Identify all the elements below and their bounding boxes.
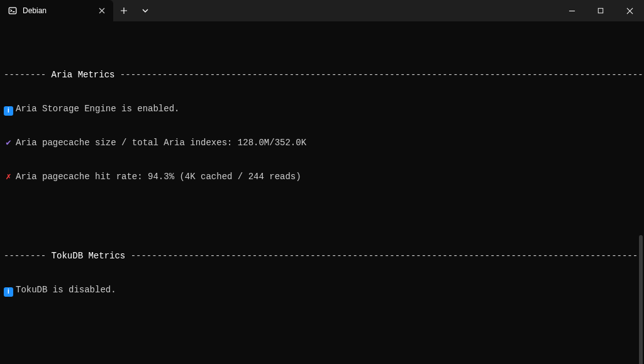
blank-line xyxy=(4,205,640,216)
tab-label: Debian xyxy=(23,6,92,15)
check-icon: ✔ xyxy=(4,137,13,148)
tab-debian[interactable]: Debian xyxy=(0,0,113,21)
minimize-button[interactable] xyxy=(557,0,586,21)
svg-rect-1 xyxy=(598,8,603,13)
blank-line xyxy=(4,318,640,329)
terminal-window: Debian -------- Aria Metrics -------- xyxy=(0,0,644,364)
new-tab-button[interactable] xyxy=(113,0,135,21)
terminal-output[interactable]: -------- Aria Metrics ------------------… xyxy=(0,21,644,364)
info-icon: i xyxy=(4,106,13,116)
section-header-tokudb: -------- TokuDB Metrics ----------------… xyxy=(4,250,640,262)
tab-close-button[interactable] xyxy=(97,6,107,16)
output-line: ✗Aria pagecache hit rate: 94.3% (4K cach… xyxy=(4,171,640,182)
output-line: ✔Aria pagecache size / total Aria indexe… xyxy=(4,137,640,148)
output-line: iAria Storage Engine is enabled. xyxy=(4,103,640,114)
maximize-button[interactable] xyxy=(586,0,615,21)
scrollbar-thumb[interactable] xyxy=(639,235,643,364)
tab-dropdown-button[interactable] xyxy=(135,0,156,21)
info-icon: i xyxy=(4,287,13,297)
svg-rect-0 xyxy=(9,8,16,14)
cross-icon: ✗ xyxy=(4,171,13,182)
terminal-icon xyxy=(8,6,18,16)
close-button[interactable] xyxy=(615,0,644,21)
titlebar: Debian xyxy=(0,0,644,21)
output-line: iTokuDB is disabled. xyxy=(4,284,640,295)
section-header-aria: -------- Aria Metrics ------------------… xyxy=(4,69,640,80)
window-controls xyxy=(557,0,644,21)
titlebar-drag-area[interactable] xyxy=(156,0,557,21)
